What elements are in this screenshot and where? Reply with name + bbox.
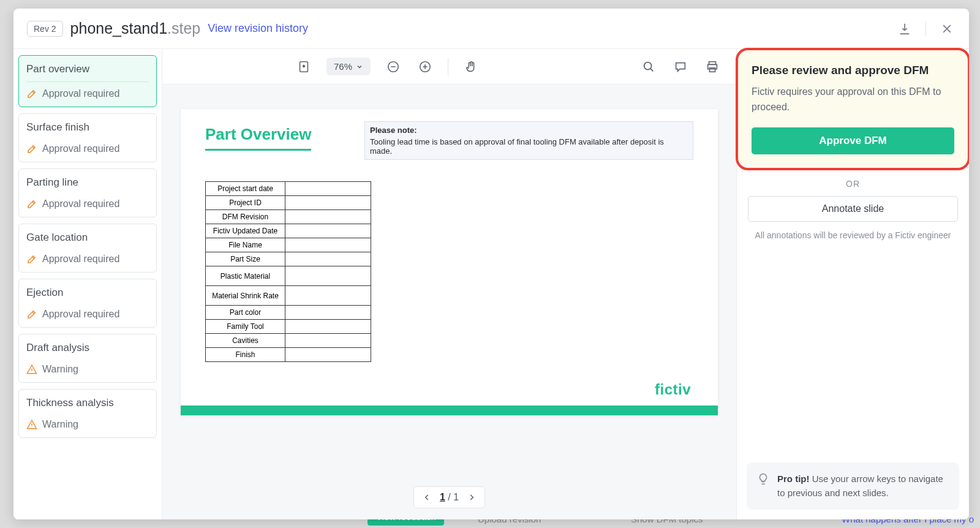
sidebar-item-title: Thickness analysis (26, 397, 149, 415)
sidebar-item-status: Approval required (26, 198, 149, 209)
row-value (285, 224, 371, 238)
view-revision-history-link[interactable]: View revision history (208, 22, 308, 35)
row-label: Cavities (206, 334, 285, 348)
warning-triangle-icon (26, 419, 37, 430)
approve-callout: Please review and approve DFM Fictiv req… (736, 48, 969, 170)
pager-box: 1 / 1 (413, 486, 485, 508)
sidebar-item-draft-analysis[interactable]: Draft analysisWarning (18, 334, 157, 383)
fictiv-logo: fictiv (655, 381, 691, 398)
table-row: Family Tool (206, 320, 371, 334)
table-row: Material Shrink Rate (206, 286, 371, 306)
or-separator: OR (737, 169, 969, 196)
table-row: Fictiv Updated Date (206, 224, 371, 238)
sidebar-item-part-overview[interactable]: Part overviewApproval required (18, 55, 157, 107)
warning-triangle-icon (26, 364, 37, 375)
sidebar-item-status-text: Approval required (42, 309, 119, 320)
page-total: 1 (453, 492, 459, 502)
please-note-box: Please note: Tooling lead time is based … (364, 121, 693, 160)
overview-table: Project start dateProject IDDFM Revision… (205, 181, 371, 362)
zoom-select[interactable]: 76% (326, 58, 371, 75)
note-title: Please note: (370, 126, 688, 135)
file-ext: .step (167, 20, 200, 37)
approve-dfm-button[interactable]: Approve DFM (752, 127, 954, 154)
zoom-value: 76% (334, 61, 352, 72)
pager-prev[interactable] (423, 493, 431, 502)
row-value (285, 306, 371, 320)
svg-rect-6 (709, 67, 715, 71)
edit-pencil-icon (26, 254, 37, 265)
viewer-toolbar: 76% (162, 49, 736, 85)
row-value (285, 320, 371, 334)
edit-pencil-icon (26, 143, 37, 154)
page-indicator: 1 / 1 (440, 492, 459, 503)
comment-icon[interactable] (671, 58, 690, 76)
header-actions (896, 20, 956, 37)
lightbulb-icon (756, 472, 770, 500)
sidebar-item-status: Approval required (26, 143, 149, 154)
modal-header: Rev 2 phone_stand1.step View revision hi… (13, 9, 969, 49)
sidebar-item-surface-finish[interactable]: Surface finishApproval required (18, 113, 157, 162)
row-value (285, 334, 371, 348)
slide: Part Overview Please note: Tooling lead … (181, 109, 718, 415)
divider (925, 21, 926, 36)
annotate-slide-button[interactable]: Annotate slide (748, 196, 958, 222)
sidebar-item-status: Warning (26, 364, 149, 375)
table-row: Cavities (206, 334, 371, 348)
page-current: 1 (440, 492, 445, 502)
sidebar-item-title: Draft analysis (26, 342, 149, 360)
sidebar-item-ejection[interactable]: EjectionApproval required (18, 279, 157, 328)
sidebar-item-status-text: Approval required (42, 88, 119, 99)
annotation-review-note: All annotations will be reviewed by a Fi… (737, 222, 969, 249)
sidebar-item-parting-line[interactable]: Parting lineApproval required (18, 168, 157, 217)
zoom-in-icon[interactable] (416, 58, 434, 76)
row-value (285, 286, 371, 306)
note-body: Tooling lead time is based on approval o… (370, 137, 688, 156)
table-row: File Name (206, 238, 371, 252)
sidebar-item-status: Warning (26, 419, 149, 430)
sidebar-item-gate-location[interactable]: Gate locationApproval required (18, 224, 157, 273)
row-label: DFM Revision (206, 210, 285, 224)
modal-body: Part overviewApproval requiredSurface fi… (13, 49, 969, 519)
sidebar-item-status-text: Warning (42, 364, 78, 375)
pro-tip-bold: Pro tip! (777, 473, 810, 484)
sidebar: Part overviewApproval requiredSurface fi… (13, 49, 162, 519)
slide-title: Part Overview (205, 125, 311, 151)
pager: 1 / 1 (162, 479, 736, 519)
edit-pencil-icon (26, 198, 37, 209)
document-area[interactable]: Part Overview Please note: Tooling lead … (162, 85, 736, 479)
row-label: Family Tool (206, 320, 285, 334)
sidebar-item-status-text: Approval required (42, 254, 119, 265)
row-label: File Name (206, 238, 285, 252)
row-value (285, 266, 371, 286)
sidebar-item-title: Surface finish (26, 121, 149, 140)
approve-heading: Please review and approve DFM (752, 64, 954, 77)
pager-next[interactable] (467, 493, 476, 502)
table-row: Part Size (206, 252, 371, 266)
row-value (285, 348, 371, 362)
sidebar-item-status-text: Approval required (42, 198, 119, 209)
pro-tip-text: Pro tip! Use your arrow keys to navigate… (777, 472, 949, 500)
print-icon[interactable] (703, 58, 722, 76)
revision-badge: Rev 2 (27, 21, 63, 37)
dfm-modal: Rev 2 phone_stand1.step View revision hi… (13, 9, 969, 519)
row-label: Fictiv Updated Date (206, 224, 285, 238)
search-icon[interactable] (639, 58, 658, 76)
row-value (285, 252, 371, 266)
row-label: Finish (206, 348, 285, 362)
pan-hand-icon[interactable] (462, 58, 480, 76)
table-row: Project start date (206, 182, 371, 196)
page-thumb-icon[interactable] (295, 58, 313, 76)
row-value (285, 196, 371, 210)
table-row: Project ID (206, 196, 371, 210)
zoom-out-icon[interactable] (384, 58, 402, 76)
sidebar-item-title: Part overview (26, 63, 149, 82)
sidebar-item-status-text: Approval required (42, 143, 119, 154)
table-row: DFM Revision (206, 210, 371, 224)
sidebar-item-status: Approval required (26, 88, 149, 99)
sidebar-item-thickness-analysis[interactable]: Thickness analysisWarning (18, 389, 157, 438)
close-icon[interactable] (938, 20, 956, 37)
download-icon[interactable] (896, 20, 913, 37)
sidebar-item-title: Ejection (26, 287, 149, 305)
edit-pencil-icon (26, 309, 37, 320)
sidebar-item-status-text: Warning (42, 419, 78, 430)
